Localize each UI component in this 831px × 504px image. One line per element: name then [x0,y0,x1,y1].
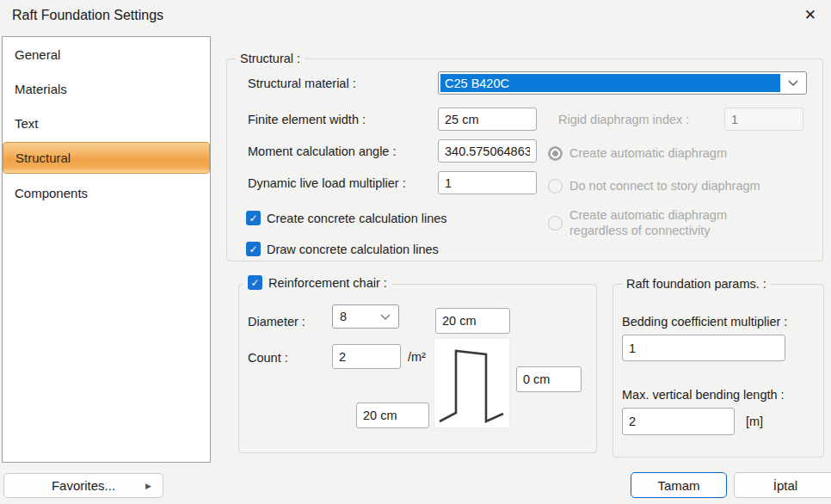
structural-material-label: Structural material : [248,76,356,91]
bedding-coefficient-multiplier-label: Bedding coefficient multiplier : [622,314,787,329]
dynamic-live-load-multiplier-label: Dynamic live load multiplier : [248,175,406,191]
radio-do-not-connect-story-diaphragm: Do not connect to story diaphragm [548,179,760,194]
cancel-button-label: İptal [773,478,797,493]
rigid-diaphragm-index-input [724,108,803,131]
checkbox-reinforcement-chair[interactable]: ✓ Reinforcement chair : [243,275,392,290]
sidebar-item-general[interactable]: General [3,37,210,71]
radio-label: Do not connect to story diaphragm [569,179,760,194]
reinforcement-chair-group-title: Reinforcement chair : [268,276,387,290]
structural-material-value: C25 B420C [440,74,780,92]
count-input[interactable] [332,344,401,369]
checkbox-checked-icon: ✓ [246,211,261,225]
finite-element-width-label: Finite element width : [248,112,366,127]
max-vertical-bending-length-label: Max. vertical bending length : [622,387,785,403]
structural-group-title: Structural : [236,51,305,67]
chevron-down-icon [372,305,398,328]
max-vertical-bending-length-input[interactable] [622,408,735,435]
checkbox-checked-icon: ✓ [248,275,262,290]
moment-calculation-angle-input[interactable] [438,139,537,163]
radio-button-icon [548,216,563,230]
checkbox-label: Draw concrete calculation lines [267,243,439,256]
sidebar-item-text[interactable]: Text [3,106,210,140]
ok-button-label: Tamam [657,478,699,493]
structural-material-select[interactable]: C25 B420C [438,71,807,95]
sidebar-item-components[interactable]: Components [3,175,210,210]
close-icon[interactable]: ✕ [804,7,816,24]
raft-foundation-params-group: Raft foundation params. : Bedding coeffi… [612,284,824,458]
count-unit-label: /m² [408,350,426,364]
checkbox-checked-icon: ✓ [246,242,261,256]
chair-shape-icon [434,339,511,429]
moment-calculation-angle-label: Moment calculation angle : [248,144,397,159]
checkbox-create-concrete-calculation-lines[interactable]: ✓ Create concrete calculation lines [246,211,447,225]
chair-top-spacing-input[interactable] [435,308,510,334]
cancel-button[interactable]: İptal [734,472,831,498]
diameter-select[interactable]: 8 [332,304,399,329]
chevron-down-icon [780,72,806,94]
radio-label: Create automatic diaphragm regardless of… [569,207,757,238]
raft-params-group-title: Raft foundation params. : [622,276,771,292]
checkbox-draw-concrete-calculation-lines[interactable]: ✓ Draw concrete calculation lines [246,242,439,256]
chair-right-spacing-input[interactable] [516,366,582,392]
chair-bottom-spacing-input[interactable] [356,403,429,428]
favorites-button[interactable]: Favorites... ▶ [3,473,163,498]
radio-create-automatic-diaphragm: Create automatic diaphragm [548,146,727,161]
count-label: Count : [248,350,288,366]
rigid-diaphragm-index-label: Rigid diaphragm index : [558,112,689,127]
dynamic-live-load-multiplier-input[interactable] [438,171,537,194]
favorites-button-label: Favorites... [52,478,115,493]
reinforcement-chair-group: ✓ Reinforcement chair : Diameter : 8 Cou… [238,284,597,453]
finite-element-width-input[interactable] [438,108,537,131]
ok-button[interactable]: Tamam [631,472,727,498]
radio-create-diaphragm-regardless: Create automatic diaphragm regardless of… [548,207,757,238]
checkbox-label: Create concrete calculation lines [267,212,447,225]
sidebar-item-structural[interactable]: Structural [3,142,210,174]
radio-button-icon [548,179,563,194]
bedding-coefficient-multiplier-input[interactable] [622,335,785,361]
max-bending-unit-label: [m] [746,415,763,428]
radio-label: Create automatic diaphragm [569,146,727,161]
sidebar-item-materials[interactable]: Materials [3,71,210,106]
dialog-title: Raft Foundation Settings [12,8,163,23]
diameter-value: 8 [333,305,372,328]
radio-button-icon [548,146,563,161]
chair-diagram [434,338,510,428]
arrow-right-icon: ▶ [145,482,151,490]
structural-group: Structural : Structural material : C25 B… [226,58,823,261]
settings-category-list: General Materials Text Structural Compon… [2,36,211,463]
diameter-label: Diameter : [248,314,305,329]
